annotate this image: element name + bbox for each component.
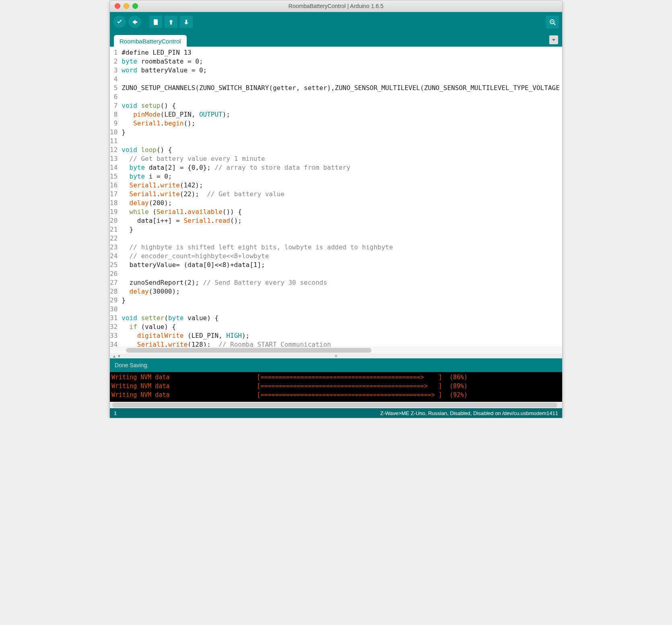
line-number: 28 [110, 287, 117, 296]
code-area[interactable]: #define LED_PIN 13byte roombaState = 0;w… [120, 47, 562, 347]
serial-monitor-button[interactable] [546, 16, 559, 29]
code-line[interactable]: while (Serial1.available()) { [122, 208, 562, 216]
code-line[interactable] [122, 137, 562, 146]
code-line[interactable]: delay(200); [122, 199, 562, 208]
line-number: 32 [110, 323, 117, 331]
line-number: 4 [110, 75, 117, 84]
window-title: RoombaBatteryControl | Arduino 1.6.5 [110, 3, 562, 9]
svg-line-5 [554, 23, 555, 25]
new-sketch-button[interactable] [149, 16, 162, 29]
code-line[interactable]: void setter(byte value) { [122, 314, 562, 323]
line-number: 1 [110, 48, 117, 57]
line-number: 24 [110, 252, 117, 261]
line-number: 22 [110, 234, 117, 243]
splitter-up-icon: ▲ [112, 354, 116, 358]
code-line[interactable]: #define LED_PIN 13 [122, 48, 562, 57]
open-sketch-button[interactable] [165, 16, 177, 29]
code-line[interactable]: // Get battery value every 1 minute [122, 154, 562, 163]
code-line[interactable]: word batteryValue = 0; [122, 66, 562, 75]
cursor-line: 1 [114, 410, 117, 416]
code-line[interactable] [122, 93, 562, 101]
code-line[interactable]: if (value) { [122, 323, 562, 331]
code-line[interactable]: Serial1.write(142); [122, 181, 562, 190]
line-number: 20 [110, 216, 117, 225]
code-line[interactable] [122, 75, 562, 84]
line-number: 21 [110, 225, 117, 234]
console[interactable]: Writing NVM data [======================… [110, 372, 562, 402]
console-line: Writing NVM data [======================… [111, 382, 561, 391]
line-number: 7 [110, 101, 117, 110]
line-number: 9 [110, 119, 117, 128]
code-line[interactable]: } [122, 128, 562, 137]
line-number: 17 [110, 190, 117, 199]
window: RoombaBatteryControl | Arduino 1.6.5 Roo… [109, 0, 563, 418]
code-line[interactable]: pinMode(LED_PIN, OUTPUT); [122, 110, 562, 119]
line-number: 15 [110, 172, 117, 181]
line-number: 8 [110, 110, 117, 119]
code-line[interactable]: // encoder_count=highbyte<<8+lowbyte [122, 252, 562, 261]
line-number: 33 [110, 331, 117, 340]
code-line[interactable]: void setup() { [122, 101, 562, 110]
line-number: 12 [110, 146, 117, 154]
editor-hscroll[interactable] [110, 347, 562, 354]
code-line[interactable]: // highbyte is shifted left eight bits, … [122, 243, 562, 252]
code-line[interactable]: void loop() { [122, 146, 562, 154]
code-line[interactable]: batteryValue= (data[0]<<8)+data[1]; [122, 261, 562, 269]
line-number: 14 [110, 163, 117, 172]
code-line[interactable] [122, 269, 562, 278]
line-gutter: 1234567891011121314151617181920212223242… [110, 47, 120, 347]
code-line[interactable]: ZUNO_SETUP_CHANNELS(ZUNO_SWITCH_BINARY(g… [122, 84, 562, 93]
code-line[interactable] [122, 305, 562, 314]
save-sketch-button[interactable] [180, 16, 193, 29]
verify-button[interactable] [113, 16, 126, 29]
splitter-down-icon: ▼ [117, 354, 121, 358]
line-number: 27 [110, 278, 117, 287]
code-line[interactable]: Serial1.write(128); // Roomba START Comm… [122, 340, 562, 347]
code-line[interactable]: } [122, 296, 562, 305]
line-number: 19 [110, 208, 117, 216]
line-number: 5 [110, 84, 117, 93]
line-number: 2 [110, 57, 117, 66]
line-number: 29 [110, 296, 117, 305]
line-number: 13 [110, 154, 117, 163]
code-line[interactable]: Serial1.begin(); [122, 119, 562, 128]
toolbar [110, 12, 562, 32]
line-number: 11 [110, 137, 117, 146]
status-bar: Done Saving. [110, 358, 562, 372]
line-number: 26 [110, 269, 117, 278]
line-number: 31 [110, 314, 117, 323]
code-line[interactable]: byte roombaState = 0; [122, 57, 562, 66]
code-editor[interactable]: 1234567891011121314151617181920212223242… [110, 47, 562, 347]
code-line[interactable] [122, 234, 562, 243]
console-line: Writing NVM data [======================… [111, 391, 561, 399]
code-line[interactable]: data[i++] = Serial1.read(); [122, 216, 562, 225]
code-line[interactable]: delay(30000); [122, 287, 562, 296]
line-number: 23 [110, 243, 117, 252]
upload-button[interactable] [128, 16, 141, 29]
tab-bar: RoombaBatteryControl [110, 32, 562, 47]
titlebar: RoombaBatteryControl | Arduino 1.6.5 [110, 0, 562, 12]
line-number: 10 [110, 128, 117, 137]
tab-menu-button[interactable] [549, 35, 558, 44]
line-number: 30 [110, 305, 117, 314]
code-line[interactable]: byte data[2] = {0,0}; // array to store … [122, 163, 562, 172]
splitter[interactable]: ▲ ▼ [110, 354, 562, 358]
line-number: 3 [110, 66, 117, 75]
line-number: 16 [110, 181, 117, 190]
console-hscroll-thumb[interactable] [112, 403, 557, 407]
tab-sketch[interactable]: RoombaBatteryControl [114, 35, 187, 47]
code-line[interactable]: zunoSendReport(2); // Send Battery every… [122, 278, 562, 287]
code-line[interactable]: Serial1.write(22); // Get battery value [122, 190, 562, 199]
footer: 1 Z-Wave>ME Z-Uno, Russian, Disabled, Di… [110, 408, 562, 418]
line-number: 25 [110, 261, 117, 269]
status-message: Done Saving. [115, 362, 148, 368]
editor-hscroll-thumb[interactable] [126, 348, 371, 353]
svg-point-6 [552, 21, 553, 23]
board-info: Z-Wave>ME Z-Uno, Russian, Disabled, Disa… [380, 410, 558, 416]
console-hscroll[interactable] [110, 402, 562, 408]
console-line: Writing NVM data [======================… [111, 373, 561, 382]
code-line[interactable]: byte i = 0; [122, 172, 562, 181]
code-line[interactable]: } [122, 225, 562, 234]
line-number: 18 [110, 199, 117, 208]
code-line[interactable]: digitalWrite (LED_PIN, HIGH); [122, 331, 562, 340]
